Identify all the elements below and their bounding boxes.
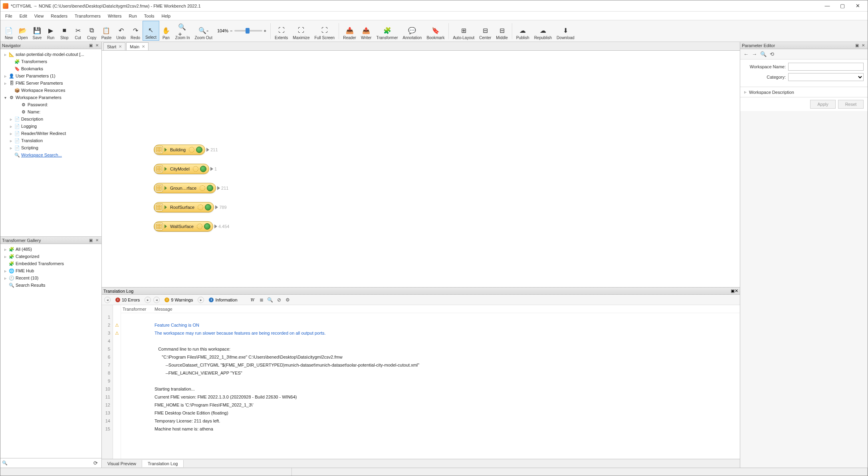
undock-icon[interactable]: ▣ <box>731 288 735 294</box>
output-port-icon[interactable] <box>217 186 220 190</box>
tool-paste[interactable]: 📋Paste <box>99 21 114 41</box>
twisty-icon[interactable]: ▹ <box>3 269 8 273</box>
workspace-description-row[interactable]: ▹ Workspace Description <box>740 87 868 97</box>
tool-fullscreen[interactable]: ⛶Full Screen <box>312 21 337 41</box>
tree-item[interactable]: ▹🧩All (485) <box>1 246 101 253</box>
play-icon[interactable] <box>164 148 167 152</box>
tree-item[interactable]: 🔖Bookmarks <box>1 65 101 72</box>
menu-readers[interactable]: Readers <box>48 13 71 19</box>
cache-icon[interactable] <box>205 204 211 210</box>
feature-groun…rface[interactable]: Groun…rface211 <box>154 183 228 193</box>
close-button[interactable]: ✕ <box>850 1 865 11</box>
output-port-icon[interactable] <box>206 148 209 152</box>
tool-reader[interactable]: 📥Reader <box>341 21 359 41</box>
close-icon[interactable]: ✕ <box>94 43 100 48</box>
tool-annotation[interactable]: 💬Annotation <box>400 21 424 41</box>
twisty-icon[interactable]: ▹ <box>3 74 8 78</box>
tool-copy[interactable]: ⧉Copy <box>85 21 99 41</box>
twisty-icon[interactable]: ▹ <box>3 247 8 252</box>
tree-item[interactable]: ⚙Name: <box>1 108 101 115</box>
info-chip[interactable]: iInformation <box>206 297 240 303</box>
twisty-icon[interactable]: ▹ <box>8 124 13 129</box>
menu-writers[interactable]: Writers <box>105 13 125 19</box>
feature-building[interactable]: Building211 <box>154 145 218 155</box>
bottom-tab-visual-preview[interactable]: Visual Preview <box>102 460 142 467</box>
reset-button[interactable]: Reset <box>838 100 864 109</box>
cache-icon[interactable] <box>204 223 210 230</box>
tree-item[interactable]: ▹🕘Recent (10) <box>1 274 101 282</box>
menu-run[interactable]: Run <box>126 13 140 19</box>
tree-item[interactable]: 🔍Workspace Search... <box>1 151 101 159</box>
menu-tools[interactable]: Tools <box>141 13 158 19</box>
tree-item[interactable]: ▹📄Reader/Writer Redirect <box>1 130 101 137</box>
zoom-slider[interactable]: 104%−+ <box>215 21 269 41</box>
play-icon[interactable] <box>164 205 167 209</box>
navigator-panel[interactable]: ▹📐solar-potential-city-model-cutout [...… <box>0 49 101 237</box>
tool-new[interactable]: 📄New <box>2 21 16 41</box>
menu-view[interactable]: View <box>31 13 47 19</box>
feature-citymodel[interactable]: CityModel1 <box>154 164 217 174</box>
play-icon[interactable] <box>164 167 167 171</box>
twisty-icon[interactable]: ▹ <box>3 254 8 259</box>
back-icon[interactable]: ← <box>743 51 749 57</box>
tool-extents[interactable]: ⛶Extents <box>272 21 290 41</box>
tool-maximize[interactable]: ⛶Maximize <box>290 21 312 41</box>
undock-icon[interactable]: ▣ <box>88 43 93 48</box>
gear-icon[interactable] <box>200 185 205 191</box>
output-port-icon[interactable] <box>214 224 217 228</box>
tool-transformer[interactable]: 🧩Transformer <box>374 21 400 41</box>
reset-icon[interactable]: ⟲ <box>770 51 774 57</box>
tool-cut[interactable]: ✂Cut <box>71 21 85 41</box>
warnings-chip[interactable]: !9 Warnings <box>162 297 195 303</box>
tool-select[interactable]: ↖Select <box>143 21 159 41</box>
play-icon[interactable] <box>164 224 167 228</box>
twisty-icon[interactable]: ▹ <box>8 131 13 136</box>
clear-icon[interactable]: ⊘ <box>276 297 282 303</box>
gear-icon[interactable] <box>197 224 202 229</box>
tool-bookmark[interactable]: 🔖Bookmark <box>424 21 447 41</box>
twisty-icon[interactable]: ▹ <box>8 146 13 150</box>
apply-button[interactable]: Apply <box>810 100 836 109</box>
tool-stop[interactable]: ■Stop <box>57 21 71 41</box>
tree-item[interactable]: ▹📐solar-potential-city-model-cutout [... <box>1 51 101 58</box>
close-icon[interactable]: ✕ <box>142 44 145 49</box>
prev-icon[interactable]: ◂ <box>104 297 111 303</box>
gear-icon[interactable] <box>189 147 194 153</box>
bottom-tab-translation-log[interactable]: Translation Log <box>142 460 184 467</box>
tool-zoomin[interactable]: 🔍+Zoom In <box>173 21 192 41</box>
cache-icon[interactable] <box>207 185 213 191</box>
translation-log-body[interactable]: 123456789101112131415 Transformer Messag… <box>102 305 740 459</box>
output-port-icon[interactable] <box>215 205 218 209</box>
list-icon[interactable]: ≣ <box>258 297 265 303</box>
tool-autolayout[interactable]: ⊞Auto-Layout <box>450 21 477 41</box>
tree-item[interactable]: ⚙Password: <box>1 101 101 108</box>
tool-run[interactable]: ▶Run <box>44 21 57 41</box>
tree-item[interactable]: ▹🗄FME Server Parameters <box>1 79 101 87</box>
undock-icon[interactable]: ▣ <box>854 43 860 48</box>
zoom-icon[interactable]: 🔍 <box>760 51 767 57</box>
twisty-icon[interactable]: ▹ <box>3 52 8 57</box>
menu-transformers[interactable]: Transformers <box>71 13 104 19</box>
tool-undo[interactable]: ↶Undo <box>114 21 128 41</box>
tool-download[interactable]: ⬇Download <box>554 21 577 41</box>
tree-item[interactable]: ▹📄Description <box>1 115 101 123</box>
minimize-button[interactable]: — <box>820 1 835 11</box>
tree-item[interactable]: 🧩Embedded Transformers <box>1 260 101 267</box>
maximize-button[interactable]: ▢ <box>835 1 850 11</box>
tree-item[interactable]: ▹📄Translation <box>1 137 101 144</box>
tree-item[interactable]: ▹🧩Categorized <box>1 253 101 260</box>
twisty-icon[interactable]: ▹ <box>8 139 13 143</box>
twisty-icon[interactable]: ▹ <box>3 276 8 280</box>
search-input[interactable] <box>8 461 93 466</box>
tool-publish[interactable]: ☁Publish <box>514 21 532 41</box>
gallery-panel[interactable]: ▹🧩All (485)▹🧩Categorized🧩Embedded Transf… <box>0 244 101 458</box>
forward-icon[interactable]: → <box>752 51 757 57</box>
tree-item[interactable]: ▹🌐FME Hub <box>1 267 101 274</box>
menu-edit[interactable]: Edit <box>16 13 30 19</box>
play-icon[interactable] <box>164 186 167 190</box>
gear-icon[interactable] <box>193 166 198 172</box>
errors-chip[interactable]: !10 Errors <box>113 297 142 303</box>
tree-item[interactable]: 📦Workspace Resources <box>1 87 101 94</box>
workspace-canvas[interactable]: Building211CityModel1Groun…rface211RoofS… <box>102 51 740 287</box>
tab-start[interactable]: Start✕ <box>103 42 125 50</box>
